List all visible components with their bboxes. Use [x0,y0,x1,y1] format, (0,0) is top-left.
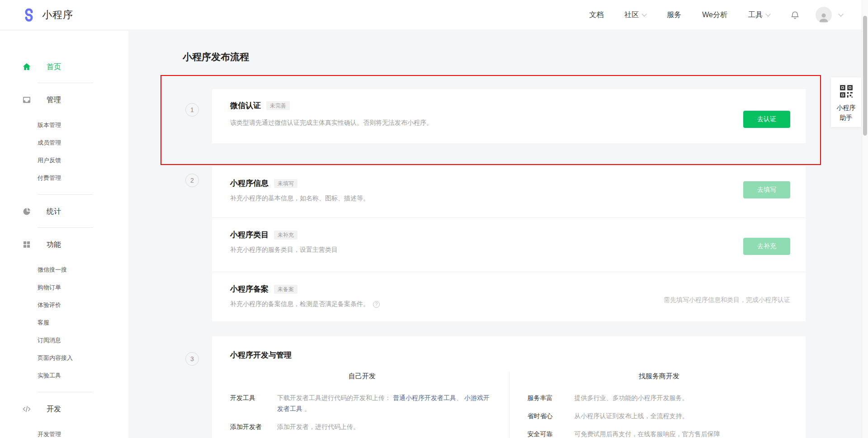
grid-icon [22,240,31,249]
sidebar-item-shopping-orders[interactable]: 购物订单 [0,278,128,296]
row-text-plain: 下载开发者工具进行代码的开发和上传： [277,394,391,401]
nav-we-analysis[interactable]: We分析 [702,10,727,20]
person-icon [818,11,830,23]
go-verify-button[interactable]: 去认证 [743,111,790,128]
row-text-plain: 、 [456,394,464,401]
home-icon [22,62,31,71]
nav-tools[interactable]: 工具 [748,10,770,20]
assistant-label-line2: 助手 [840,113,853,122]
nav-docs[interactable]: 文档 [589,10,604,20]
sidebar-item-label: 管理 [47,95,61,105]
card-miniprogram-setup: 小程序信息 未填写 补充小程序的基本信息，如名称、图标、描述等。 去填写 小程序… [212,166,806,321]
avatar[interactable] [816,7,832,23]
assistant-label-line1: 小程序 [837,103,856,113]
pie-chart-icon [22,207,31,216]
sidebar-item-label: 功能 [47,240,61,250]
sidebar-divider [38,83,93,83]
section-description: 补充小程序的基本信息，如名称、图标、描述等。 [230,194,788,203]
card-wechat-verification: 微信认证 未完善 该类型请先通过微信认证完成主体真实性确认。否则将无法发布小程序… [212,89,806,143]
sidebar-item-statistics[interactable]: 统计 [0,203,128,220]
nav-services[interactable]: 服务 [667,10,681,20]
sidebar-item-manage[interactable]: 管理 [0,92,128,108]
sidebar-item-develop[interactable]: 开发 [0,401,128,417]
section-title: 小程序备案 [230,284,269,294]
section-miniprogram-info: 小程序信息 未填写 补充小程序的基本信息，如名称、图标、描述等。 去填写 [212,166,806,217]
brand-logo[interactable]: 小程序 [22,8,73,22]
row-label: 安全可靠 [528,429,575,438]
column-service-provider: 找服务商开发 服务丰富 提供多行业、多功能的小程序开发服务。 省时省心 从小程序… [509,372,806,438]
status-badge: 未备案 [274,285,297,294]
row-text: 下载开发者工具进行代码的开发和上传： 普通小程序开发者工具、 小游戏开发者工具 … [277,392,494,414]
row-text: 提供多行业、多功能的小程序开发服务。 [575,392,791,403]
table-row: 安全可靠 可免费试用后再支付，在线客服响应，官方售后保障 [528,429,791,438]
nav-community[interactable]: 社区 [624,10,646,20]
section-description: 该类型请先通过微信认证完成主体真实性确认。否则将无法发布小程序。 [230,119,433,127]
sidebar-item-member-manage[interactable]: 成员管理 [0,134,128,151]
card-develop-manage: 小程序开发与管理 自己开发 开发工具 下载开发者工具进行代码的开发和上传： 普通… [212,336,806,438]
sidebar-item-home[interactable]: 首页 [0,59,128,75]
assistant-widget[interactable]: 小程序 助手 [831,77,861,127]
sidebar: 首页 管理 版本管理 成员管理 用户反馈 付费管理 统计 功能 [0,31,128,438]
sidebar-item-label: 统计 [47,207,61,217]
chevron-down-icon [765,11,770,16]
step-number-1: 1 [185,103,199,117]
help-question-icon[interactable]: ? [373,301,380,308]
row-label: 省时省心 [528,410,575,421]
table-row: 省时省心 从小程序认证到发布上线，全流程支持。 [528,410,791,421]
section-title: 小程序类目 [230,230,269,240]
devtools-link[interactable]: 普通小程序开发者工具 [393,394,456,401]
sidebar-item-features[interactable]: 功能 [0,236,128,253]
step-number-label: 2 [190,177,194,184]
scrollbar-thumb[interactable] [863,16,867,136]
step-number-3: 3 [185,352,199,366]
status-badge: 未补充 [274,231,297,240]
brand-title: 小程序 [42,8,73,22]
notification-bell-icon[interactable] [790,10,800,20]
sidebar-item-user-feedback[interactable]: 用户反馈 [0,151,128,169]
table-row: 开发工具 下载开发者工具进行代码的开发和上传： 普通小程序开发者工具、 小游戏开… [230,392,494,414]
section-description: 补充小程序的服务类目，设置主营类目 [230,246,788,254]
account-chevron-icon[interactable] [838,11,843,16]
qr-code-icon [840,85,853,98]
chevron-down-icon [642,11,647,16]
step-number-label: 3 [190,355,194,363]
step-number-2: 2 [185,174,199,187]
go-fill-button[interactable]: 去填写 [743,181,790,198]
sidebar-item-page-content[interactable]: 页面内容接入 [0,349,128,367]
sidebar-group-develop: 开发管理 [0,425,128,438]
section-title: 小程序开发与管理 [230,350,806,360]
sidebar-item-label: 首页 [47,62,61,72]
sidebar-item-customer-service[interactable]: 客服 [0,314,128,331]
sidebar-item-experience-review[interactable]: 体验评价 [0,296,128,314]
step-number-label: 1 [190,106,194,113]
column-header: 找服务商开发 [528,372,791,381]
sidebar-divider [38,227,93,228]
row-text: 可免费试用后再支付，在线客服响应，官方售后保障 [575,429,791,438]
table-row: 添加开发者 添加开发者，进行代码上传。 [230,421,494,432]
sidebar-item-payment-manage[interactable]: 付费管理 [0,169,128,187]
nav-community-label: 社区 [624,10,639,20]
sidebar-item-label: 开发 [47,405,61,414]
sidebar-divider [38,194,93,195]
column-header: 自己开发 [230,372,494,381]
scrollbar-track[interactable] [862,0,868,438]
row-text: 从小程序认证到发布上线，全流程支持。 [575,410,791,421]
sidebar-item-experiment-tools[interactable]: 实验工具 [0,367,128,384]
row-label: 服务丰富 [528,392,575,403]
sidebar-item-version-manage[interactable]: 版本管理 [0,116,128,134]
row-label: 开发工具 [230,392,277,414]
code-icon [22,405,31,414]
miniprogram-logo-icon [22,8,36,22]
status-badge: 未填写 [274,179,297,188]
section-miniprogram-icp: 小程序备案 未备案 补充小程序的备案信息，检测是否满足备案条件。 ? 需先填写小… [212,272,806,321]
section-title: 微信认证 [230,100,261,111]
table-row: 服务丰富 提供多行业、多功能的小程序开发服务。 [528,392,791,403]
sidebar-item-wechat-search[interactable]: 微信搜一搜 [0,261,128,278]
status-badge: 未完善 [266,101,290,110]
inbox-icon [22,95,31,104]
page-title: 小程序发布流程 [183,51,249,63]
sidebar-item-subscribe-message[interactable]: 订阅消息 [0,331,128,349]
top-nav: 文档 社区 服务 We分析 工具 [568,7,868,23]
sidebar-item-develop-manage[interactable]: 开发管理 [0,425,128,438]
go-supplement-button[interactable]: 去补充 [743,238,790,255]
